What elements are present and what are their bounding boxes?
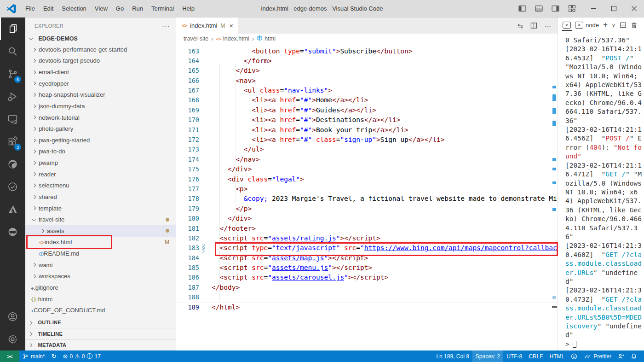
browser-tools-status[interactable]: [568, 350, 581, 362]
toggle-sidebar-icon[interactable]: [518, 5, 526, 12]
explorer-actions-icon[interactable]: ···: [162, 22, 170, 29]
remote-indicator[interactable]: ><: [0, 350, 19, 362]
open-changes-icon[interactable]: ⇆: [518, 22, 523, 29]
problems-status[interactable]: ⊗0 ⚠0 ⓘ17: [60, 350, 104, 362]
tree-root-edge-demos[interactable]: EDGE-DEMOS: [25, 34, 176, 44]
activity-item-source-control[interactable]: 6: [0, 63, 25, 85]
toggle-secondary-sidebar-icon[interactable]: [552, 5, 559, 12]
notifications-status[interactable]: [627, 350, 640, 362]
more-actions-icon[interactable]: ···: [545, 22, 551, 29]
tree-item--hintrc[interactable]: {}.hintrc: [25, 293, 176, 305]
tree-item-heap-snapshot-visualizer[interactable]: heap-snapshot-visualizer: [25, 89, 176, 101]
split-editor-icon[interactable]: [530, 22, 537, 29]
activity-item-search[interactable]: [0, 40, 25, 63]
tree-item-selectmenu[interactable]: selectmenu: [25, 180, 176, 192]
tree-item-travel-site[interactable]: travel-site: [25, 214, 176, 225]
code-line-188[interactable]: 188: [176, 292, 558, 302]
tree-item-template[interactable]: template: [25, 203, 176, 214]
section-outline[interactable]: OUTLINE: [25, 317, 176, 328]
toggle-panel-icon[interactable]: [535, 5, 543, 12]
activity-item-explorer[interactable]: [0, 18, 25, 40]
tree-item-photo-gallery[interactable]: photo-gallery: [25, 123, 176, 134]
kill-terminal-button[interactable]: [631, 22, 638, 29]
code-line-179[interactable]: 179 </p>: [176, 204, 558, 214]
tree-item-pwa-getting-started[interactable]: pwa-getting-started: [25, 134, 176, 146]
terminal-profile-dropdown-icon[interactable]: ∨: [612, 22, 615, 28]
tree-item-wami[interactable]: wami: [25, 259, 176, 271]
language-status[interactable]: HTML: [546, 350, 568, 362]
branch-status[interactable]: main*: [19, 350, 48, 362]
close-button[interactable]: [624, 0, 644, 17]
tree-item-code-of-conduct-md[interactable]: ↓CODE_OF_CONDUCT.md: [25, 304, 176, 316]
code-line-166[interactable]: 166 <nav>: [176, 76, 558, 86]
tree-item-eyedropper[interactable]: eyedropper: [25, 78, 176, 89]
code-editor[interactable]: 163 <button type="submit">Subscribe</but…: [176, 44, 558, 350]
terminal-tab-node[interactable]: > node: [575, 18, 599, 32]
indentation-status[interactable]: Spaces: 2: [472, 350, 503, 362]
activity-item-accounts[interactable]: [0, 305, 25, 328]
tree-item-pwamp[interactable]: pwamp: [25, 157, 176, 169]
code-line-169[interactable]: 169 <li><a href="#">Guides</a></li>: [176, 105, 558, 115]
code-line-187[interactable]: 187</body>: [176, 283, 558, 292]
activity-item-testing[interactable]: [0, 175, 25, 198]
tree-item-json-dummy-data[interactable]: json-dummy-data: [25, 100, 176, 112]
activity-item-azure[interactable]: [0, 198, 25, 221]
eol-status[interactable]: CRLF: [525, 350, 546, 362]
code-line-175[interactable]: 175 </div>: [176, 164, 558, 174]
cursor-position-status[interactable]: Ln 189, Col 8: [433, 350, 472, 362]
code-line-164[interactable]: 164 </form>: [176, 56, 558, 66]
code-line-174[interactable]: 174 </nav>: [176, 155, 558, 164]
tree-item--gitignore[interactable]: ◆.gitignore: [25, 282, 176, 293]
code-line-178[interactable]: 178 &copy; 2023 Margie's Travel, a ficti…: [176, 194, 558, 204]
tree-item-reader[interactable]: reader: [25, 169, 176, 180]
menu-selection[interactable]: Selection: [58, 3, 90, 14]
tree-item-network-tutorial[interactable]: network-tutorial: [25, 112, 176, 123]
tree-item-shared[interactable]: shared: [25, 191, 176, 203]
activity-item-mask[interactable]: [0, 221, 25, 243]
tree-item-devtools-performance-get-started[interactable]: devtools-performance-get-started: [25, 44, 176, 55]
sync-status[interactable]: ↻: [48, 350, 60, 362]
tab-index-html[interactable]: <> index.html M ×: [176, 18, 238, 34]
menu-go[interactable]: Go: [112, 3, 128, 14]
activity-item-extensions[interactable]: 3: [0, 130, 25, 153]
breadcrumb-symbol[interactable]: html: [257, 35, 276, 42]
code-line-163[interactable]: 163 <button type="submit">Subscribe</but…: [176, 47, 558, 56]
activity-item-run-debug[interactable]: [0, 85, 25, 108]
menu-run[interactable]: Run: [128, 3, 147, 14]
tree-item-pwa-to-do[interactable]: pwa-to-do: [25, 146, 176, 158]
menu-terminal[interactable]: Terminal: [147, 3, 178, 14]
menu-view[interactable]: View: [91, 3, 112, 14]
code-line-167[interactable]: 167 <ul class="nav-links">: [176, 86, 558, 95]
terminal-output[interactable]: 0 Safari/537.36"[2023-02-16T14:21:16.453…: [558, 32, 644, 349]
activity-item-edge-devtools[interactable]: [0, 153, 25, 175]
maximize-button[interactable]: [604, 0, 624, 17]
breadcrumb-file[interactable]: <> index.html: [216, 35, 249, 42]
tab-close-icon[interactable]: ×: [229, 22, 233, 29]
code-line-181[interactable]: 181 </footer>: [176, 224, 558, 234]
encoding-status[interactable]: UTF-8: [503, 350, 525, 362]
tree-item-workspaces[interactable]: workspaces: [25, 271, 176, 282]
menu-help[interactable]: Help: [178, 3, 199, 14]
tree-item-email-client[interactable]: email-client: [25, 66, 176, 78]
code-line-189[interactable]: 189</html>: [176, 303, 558, 312]
split-terminal-button[interactable]: [620, 22, 627, 29]
code-line-176[interactable]: 176 <div class="legal">: [176, 175, 558, 184]
overview-ruler[interactable]: [551, 18, 558, 350]
code-line-171[interactable]: 171 <li><a href="#">Book your trip</a></…: [176, 125, 558, 135]
feedback-status[interactable]: [615, 350, 627, 362]
section-metadata[interactable]: METADATA: [25, 339, 176, 351]
code-line-165[interactable]: 165 </div>: [176, 66, 558, 76]
code-line-173[interactable]: 173 </ul>: [176, 145, 558, 154]
code-line-170[interactable]: 170 <li><a href="#">Destinations</a></li…: [176, 115, 558, 125]
code-line-177[interactable]: 177 <p>: [176, 184, 558, 194]
terminal-tab[interactable]: >: [563, 18, 571, 32]
breadcrumb-folder[interactable]: travel-site: [184, 35, 208, 42]
code-line-168[interactable]: 168 <li><a href="#">Home</a></li>: [176, 95, 558, 105]
code-line-180[interactable]: 180 </div>: [176, 214, 558, 223]
tree-item-devtools-target-pseudo[interactable]: devtools-target-pseudo: [25, 55, 176, 67]
activity-item-remote-explorer[interactable]: [0, 108, 25, 130]
code-line-186[interactable]: 186 <script src="assets/carousel.js"></s…: [176, 273, 558, 282]
minimize-button[interactable]: [583, 0, 604, 17]
code-line-172[interactable]: 172 <li><a href="#" class="sign-up">Sign…: [176, 135, 558, 145]
terminal-prompt[interactable]: >: [565, 340, 644, 349]
